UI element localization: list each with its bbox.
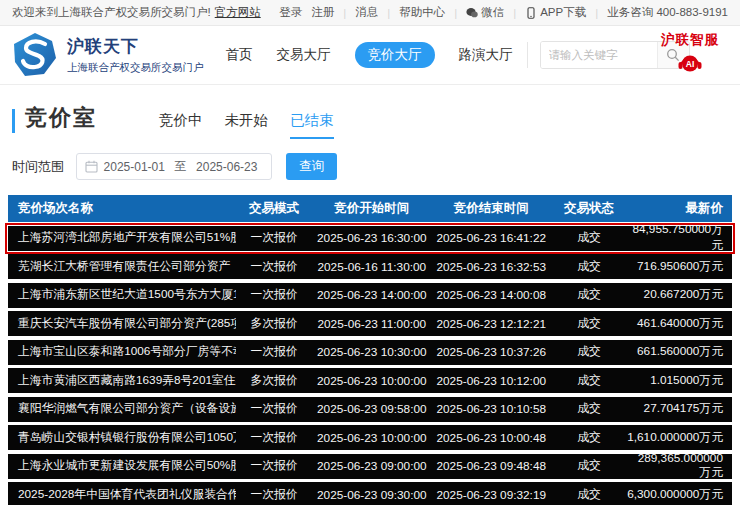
trade-status: 成交 — [551, 259, 627, 275]
auction-name[interactable]: 上海市宝山区泰和路1006号部分厂房等不动产一年租... — [8, 344, 236, 360]
latest-price: 84,955.750000万元 — [627, 222, 732, 254]
auction-name[interactable]: 襄阳华润燃气有限公司部分资产（设备设施类资产） — [8, 401, 236, 417]
search-input[interactable] — [541, 42, 657, 68]
table-row[interactable]: 2025-2028年中国体育代表团礼仪服装合作企业征集 一次报价 2025-06… — [8, 482, 732, 505]
date-range-picker[interactable]: 2025-01-01 至 2025-06-23 — [76, 153, 272, 180]
trade-status: 成交 — [551, 287, 627, 303]
table-row[interactable]: 青岛崂山交银村镇银行股份有限公司1050万股股份（... 一次报价 2025-0… — [8, 425, 732, 450]
trade-status: 成交 — [551, 458, 627, 474]
trade-mode: 多次报价 — [236, 316, 312, 332]
tab-not-started[interactable]: 未开始 — [225, 111, 269, 139]
start-time: 2025-06-16 11:30:00 — [312, 260, 431, 274]
site-logo-icon — [12, 32, 58, 78]
ai-headset-icon: AI — [677, 51, 703, 73]
ai-service-name: 沪联智服 — [654, 31, 726, 49]
trade-status: 成交 — [551, 430, 627, 446]
hotline: 业务咨询 400-883-9191 — [607, 5, 728, 20]
end-time: 2025-06-23 10:12:00 — [432, 374, 551, 388]
trade-mode: 一次报价 — [236, 401, 312, 417]
divider: | — [513, 7, 516, 19]
table-row[interactable]: 上海市宝山区泰和路1006号部分厂房等不动产一年租... 一次报价 2025-0… — [8, 340, 732, 365]
divider: | — [595, 7, 598, 19]
page-title: 竞价室 — [25, 103, 97, 133]
col-start-time: 竞价开始时间 — [312, 200, 431, 217]
welcome-bar: 欢迎来到上海联合产权交易所交易门户! 官方网站 登录 注册 | 消息 | 帮助中… — [0, 0, 740, 26]
trade-status: 成交 — [551, 316, 627, 332]
latest-price: 6,300.000000万元 — [627, 487, 732, 503]
latest-price: 716.950600万元 — [627, 259, 732, 275]
end-time: 2025-06-23 10:00:48 — [432, 431, 551, 445]
main-nav: 首页 交易大厅 竞价大厅 路演大厅 — [226, 42, 513, 68]
table-row[interactable]: 芜湖长江大桥管理有限责任公司部分资产（镜湖区大... 一次报价 2025-06-… — [8, 254, 732, 279]
start-time: 2025-06-23 14:00:00 — [312, 288, 431, 302]
end-time: 2025-06-23 16:32:53 — [432, 260, 551, 274]
query-button[interactable]: 查询 — [286, 153, 337, 180]
trade-mode: 一次报价 — [236, 344, 312, 360]
auction-name[interactable]: 青岛崂山交银村镇银行股份有限公司1050万股股份（... — [8, 430, 236, 446]
login-link[interactable]: 登录 — [279, 5, 302, 20]
auction-name[interactable]: 芜湖长江大桥管理有限责任公司部分资产（镜湖区大... — [8, 259, 236, 275]
nav-roadshow-hall[interactable]: 路演大厅 — [459, 46, 513, 64]
latest-price: 661.560000万元 — [627, 344, 732, 360]
table-row[interactable]: 上海永业城市更新建设发展有限公司50%股权 一次报价 2025-06-23 09… — [8, 454, 732, 479]
trade-status: 成交 — [551, 230, 627, 246]
col-end-time: 竞价结束时间 — [432, 200, 551, 217]
trade-mode: 一次报价 — [236, 287, 312, 303]
start-time: 2025-06-23 09:58:00 — [312, 402, 431, 416]
tab-ended[interactable]: 已结束 — [290, 111, 334, 139]
wechat-link[interactable]: 微信 — [466, 5, 504, 20]
trade-mode: 一次报价 — [236, 230, 312, 246]
end-time: 2025-06-23 09:48:48 — [432, 459, 551, 473]
app-download-link[interactable]: APP下载 — [525, 5, 586, 20]
table-row[interactable]: 重庆长安汽车股份有限公司部分资产(285项报废设备) 多次报价 2025-06-… — [8, 311, 732, 336]
welcome-text: 欢迎来到上海联合产权交易所交易门户! — [12, 5, 211, 20]
table-row[interactable]: 上海市黄浦区西藏南路1639弄8号201室住宅房产5年... 多次报价 2025… — [8, 368, 732, 393]
auction-name[interactable]: 2025-2028年中国体育代表团礼仪服装合作企业征集 — [8, 487, 236, 503]
latest-price: 27.704175万元 — [627, 401, 732, 417]
wechat-icon — [466, 7, 478, 19]
col-latest-price: 最新价 — [627, 200, 732, 217]
tab-in-progress[interactable]: 竞价中 — [159, 111, 203, 139]
date-range-label: 时间范围 — [12, 158, 64, 176]
end-date-value[interactable]: 2025-06-23 — [191, 160, 264, 174]
latest-price: 20.667200万元 — [627, 287, 732, 303]
trade-status: 成交 — [551, 373, 627, 389]
ai-service-block[interactable]: 沪联智服 AI — [654, 31, 726, 77]
col-session-name: 竞价场次名称 — [8, 200, 236, 217]
trade-mode: 一次报价 — [236, 487, 312, 503]
start-time: 2025-06-23 10:00:00 — [312, 374, 431, 388]
messages-link[interactable]: 消息 — [355, 5, 378, 20]
latest-price: 1,610.000000万元 — [627, 430, 732, 446]
filter-row: 时间范围 2025-01-01 至 2025-06-23 查询 — [0, 153, 740, 180]
nav-trading-hall[interactable]: 交易大厅 — [277, 46, 331, 64]
official-site-link[interactable]: 官方网站 — [215, 5, 261, 20]
auction-name[interactable]: 上海市黄浦区西藏南路1639弄8号201室住宅房产5年... — [8, 373, 236, 389]
col-trade-status: 交易状态 — [551, 200, 627, 217]
end-time: 2025-06-23 16:41:22 — [432, 231, 551, 245]
table-row[interactable]: 襄阳华润燃气有限公司部分资产（设备设施类资产） 一次报价 2025-06-23 … — [8, 397, 732, 422]
auction-name[interactable]: 上海永业城市更新建设发展有限公司50%股权 — [8, 458, 236, 474]
brand-subtitle: 上海联合产权交易所交易门户 — [67, 61, 204, 75]
brand-name: 沪联天下 — [67, 35, 204, 58]
start-date-value[interactable]: 2025-01-01 — [98, 160, 171, 174]
start-time: 2025-06-23 10:00:00 — [312, 431, 431, 445]
start-time: 2025-06-23 16:30:00 — [312, 231, 431, 245]
calendar-icon — [85, 160, 98, 173]
auction-name[interactable]: 上海市浦东新区世纪大道1500号东方大厦12整层、80... — [8, 287, 236, 303]
latest-price: 289,365.000000万元 — [627, 451, 732, 481]
auction-name[interactable]: 上海苏河湾北部房地产开发有限公司51%股权 — [8, 230, 236, 246]
help-center-link[interactable]: 帮助中心 — [399, 5, 445, 20]
table-row[interactable]: 上海市浦东新区世纪大道1500号东方大厦12整层、80... 一次报价 2025… — [8, 283, 732, 308]
divider: | — [454, 7, 457, 19]
end-time: 2025-06-23 09:32:19 — [432, 488, 551, 502]
register-link[interactable]: 注册 — [311, 5, 334, 20]
end-time: 2025-06-23 10:10:58 — [432, 402, 551, 416]
divider: | — [387, 7, 390, 19]
nav-bidding-hall[interactable]: 竞价大厅 — [355, 42, 435, 68]
end-time: 2025-06-23 14:00:08 — [432, 288, 551, 302]
auction-name[interactable]: 重庆长安汽车股份有限公司部分资产(285项报废设备) — [8, 316, 236, 332]
mobile-phone-icon — [525, 7, 537, 19]
table-row[interactable]: 上海苏河湾北部房地产开发有限公司51%股权 一次报价 2025-06-23 16… — [8, 226, 732, 251]
trade-status: 成交 — [551, 487, 627, 503]
nav-home[interactable]: 首页 — [226, 46, 253, 64]
